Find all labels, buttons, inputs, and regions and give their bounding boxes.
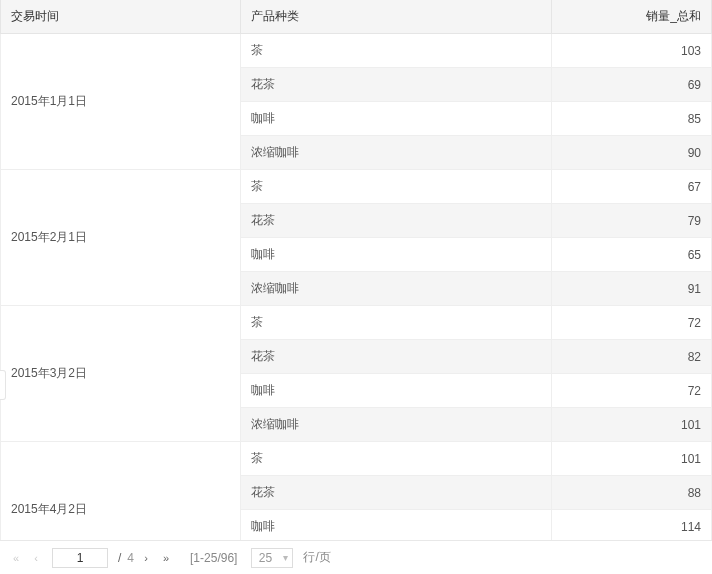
product-type-cell: 咖啡 xyxy=(241,510,552,542)
product-type-cell: 茶 xyxy=(241,34,552,68)
side-expand-handle[interactable] xyxy=(0,370,6,400)
product-type-cell: 茶 xyxy=(241,306,552,340)
table-row[interactable]: 2015年4月2日茶101 xyxy=(1,442,712,476)
page-input[interactable] xyxy=(52,548,108,568)
product-type-cell: 花茶 xyxy=(241,476,552,510)
per-page-label: 行/页 xyxy=(303,549,330,566)
product-type-cell: 咖啡 xyxy=(241,374,552,408)
col-date[interactable]: 交易时间 xyxy=(1,0,241,34)
group-date-cell: 2015年2月1日 xyxy=(1,170,241,306)
product-type-cell: 浓缩咖啡 xyxy=(241,408,552,442)
group-date-cell: 2015年1月1日 xyxy=(1,34,241,170)
product-type-cell: 浓缩咖啡 xyxy=(241,272,552,306)
product-type-cell: 茶 xyxy=(241,170,552,204)
group-date-cell: 2015年3月2日 xyxy=(1,306,241,442)
page-size-select[interactable]: 25 ▾ xyxy=(251,548,293,568)
next-page-icon[interactable]: › xyxy=(138,552,154,564)
sum-cell: 103 xyxy=(552,34,712,68)
table-row[interactable]: 2015年2月1日茶67 xyxy=(1,170,712,204)
product-type-cell: 花茶 xyxy=(241,68,552,102)
table-row[interactable]: 2015年3月2日茶72 xyxy=(1,306,712,340)
page-slash: / xyxy=(118,551,121,565)
sum-cell: 101 xyxy=(552,408,712,442)
prev-page-icon[interactable]: ‹ xyxy=(28,552,44,564)
product-type-cell: 茶 xyxy=(241,442,552,476)
col-sum[interactable]: 销量_总和 xyxy=(552,0,712,34)
table-header-row: 交易时间 产品种类 销量_总和 xyxy=(1,0,712,34)
col-type[interactable]: 产品种类 xyxy=(241,0,552,34)
chevron-down-icon: ▾ xyxy=(278,552,292,563)
sum-cell: 88 xyxy=(552,476,712,510)
product-type-cell: 花茶 xyxy=(241,204,552,238)
table-container: 交易时间 产品种类 销量_总和 2015年1月1日茶103花茶69咖啡85浓缩咖… xyxy=(0,0,712,541)
data-table: 交易时间 产品种类 销量_总和 2015年1月1日茶103花茶69咖啡85浓缩咖… xyxy=(0,0,712,541)
table-row[interactable]: 2015年1月1日茶103 xyxy=(1,34,712,68)
sum-cell: 101 xyxy=(552,442,712,476)
page-size-value: 25 xyxy=(252,551,278,565)
product-type-cell: 咖啡 xyxy=(241,102,552,136)
last-page-icon[interactable]: » xyxy=(158,552,174,564)
sum-cell: 114 xyxy=(552,510,712,542)
sum-cell: 72 xyxy=(552,306,712,340)
pager: « ‹ / 4 › » [1-25/96] 25 ▾ 行/页 xyxy=(0,541,712,574)
product-type-cell: 咖啡 xyxy=(241,238,552,272)
sum-cell: 85 xyxy=(552,102,712,136)
product-type-cell: 浓缩咖啡 xyxy=(241,136,552,170)
product-type-cell: 花茶 xyxy=(241,340,552,374)
sum-cell: 67 xyxy=(552,170,712,204)
sum-cell: 69 xyxy=(552,68,712,102)
sum-cell: 79 xyxy=(552,204,712,238)
first-page-icon[interactable]: « xyxy=(8,552,24,564)
sum-cell: 90 xyxy=(552,136,712,170)
sum-cell: 65 xyxy=(552,238,712,272)
total-pages: 4 xyxy=(127,551,134,565)
row-range: [1-25/96] xyxy=(190,551,237,565)
sum-cell: 91 xyxy=(552,272,712,306)
group-date-cell: 2015年4月2日 xyxy=(1,442,241,542)
sum-cell: 82 xyxy=(552,340,712,374)
sum-cell: 72 xyxy=(552,374,712,408)
